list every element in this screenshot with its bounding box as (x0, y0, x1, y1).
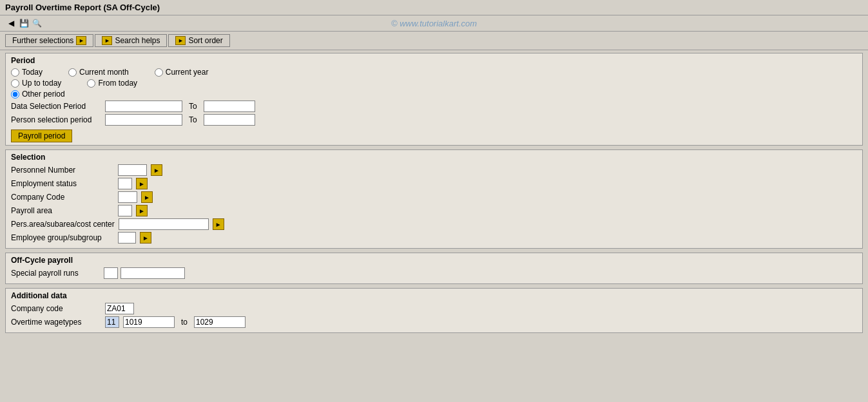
person-selection-period-row: Person selection period To (11, 114, 857, 126)
pers-area-arrow[interactable]: ► (213, 218, 224, 230)
personnel-number-row: Personnel Number ► (11, 164, 857, 176)
back-icon[interactable]: ◀ (5, 17, 17, 29)
pers-area-row: Pers.area/subarea/cost center ► (11, 218, 857, 230)
company-code-input[interactable] (118, 191, 137, 203)
radio-current-year-input[interactable] (155, 68, 163, 77)
pers-area-label: Pers.area/subarea/cost center (11, 220, 115, 229)
data-selection-period-label: Data Selection Period (11, 102, 101, 111)
period-row-1: Today Current month Current year (11, 68, 857, 77)
watermark: © www.tutorialkart.com (391, 19, 477, 28)
employee-group-arrow[interactable]: ► (140, 232, 151, 244)
selection-section: Selection Personnel Number ► Employment … (5, 149, 863, 249)
data-selection-period-row: Data Selection Period To (11, 100, 857, 112)
radio-current-year-label: Current year (166, 68, 209, 77)
radio-today-label: Today (22, 68, 43, 77)
period-row-3: Other period (11, 90, 857, 99)
tab-search-helps[interactable]: ► Search helps (95, 34, 167, 47)
data-selection-period-to-label: To (189, 102, 197, 111)
personnel-number-input[interactable] (118, 164, 147, 176)
radio-from-today-label: From today (98, 79, 137, 88)
tab-search-helps-label: Search helps (115, 36, 160, 45)
person-selection-period-to[interactable] (204, 114, 255, 126)
save-icon[interactable]: 💾 (18, 17, 30, 29)
radio-up-to-today[interactable]: Up to today (11, 79, 61, 88)
tab-bar: Further selections ► ► Search helps ► So… (0, 32, 868, 50)
employee-group-input[interactable] (118, 232, 136, 244)
radio-current-month-label: Current month (79, 68, 129, 77)
overtime-wagetypes-row: Overtime wagetypes to (11, 316, 857, 328)
radio-up-to-today-label: Up to today (22, 79, 61, 88)
employment-status-label: Employment status (11, 179, 114, 188)
special-payroll-runs-row: Special payroll runs (11, 267, 857, 279)
personnel-number-label: Personnel Number (11, 166, 114, 175)
payroll-area-label: Payroll area (11, 206, 114, 215)
pers-area-input[interactable] (119, 218, 209, 230)
data-selection-period-to[interactable] (204, 100, 255, 112)
tab-further-selections-label: Further selections (12, 36, 73, 45)
special-payroll-runs-label: Special payroll runs (11, 269, 101, 278)
tab-sort-order-label: Sort order (188, 36, 222, 45)
radio-other-period-input[interactable] (11, 90, 19, 99)
payroll-period-btn-row: Payroll period (11, 128, 857, 142)
radio-today[interactable]: Today (11, 68, 43, 77)
tab-sort-order-arrow: ► (175, 36, 186, 45)
personnel-number-arrow[interactable]: ► (151, 164, 162, 176)
overtime-wagetypes-input2[interactable] (123, 316, 175, 328)
radio-from-today[interactable]: From today (87, 79, 137, 88)
person-selection-period-to-label: To (189, 115, 197, 124)
radio-current-month-input[interactable] (68, 68, 77, 77)
tab-sort-order[interactable]: ► Sort order (168, 34, 229, 47)
employee-group-row: Employee group/subgroup ► (11, 232, 857, 244)
overtime-wagetypes-label: Overtime wagetypes (11, 318, 101, 327)
person-selection-period-from[interactable] (105, 114, 182, 126)
addl-company-code-row: Company code (11, 303, 857, 314)
addl-company-code-input[interactable] (105, 303, 134, 314)
addl-company-code-label: Company code (11, 304, 101, 313)
radio-current-month[interactable]: Current month (68, 68, 129, 77)
data-selection-period-from[interactable] (105, 100, 182, 112)
toolbar: ◀ 💾 🔍 © www.tutorialkart.com (0, 15, 868, 32)
company-code-label: Company Code (11, 193, 114, 202)
payroll-area-input[interactable] (118, 205, 132, 216)
tab-further-selections-arrow: ► (76, 36, 86, 45)
period-row-2: Up to today From today (11, 79, 857, 88)
offcycle-section-title: Off-Cycle payroll (11, 256, 857, 265)
overtime-wagetypes-to-label: to (181, 318, 188, 327)
overtime-wagetypes-input1[interactable] (105, 316, 119, 328)
employment-status-input[interactable] (118, 178, 132, 189)
radio-current-year[interactable]: Current year (155, 68, 209, 77)
offcycle-section: Off-Cycle payroll Special payroll runs (5, 253, 863, 284)
employment-status-row: Employment status ► (11, 178, 857, 189)
period-section: Period Today Current month Current year … (5, 53, 863, 146)
employment-status-arrow[interactable]: ► (136, 178, 148, 189)
find-icon[interactable]: 🔍 (31, 17, 43, 29)
company-code-row: Company Code ► (11, 191, 857, 203)
additional-data-title: Additional data (11, 291, 857, 300)
radio-from-today-input[interactable] (87, 79, 95, 88)
person-selection-period-label: Person selection period (11, 115, 101, 124)
special-payroll-runs-input2[interactable] (121, 267, 185, 279)
selection-section-title: Selection (11, 153, 857, 162)
payroll-period-button[interactable]: Payroll period (11, 129, 72, 142)
toolbar-icons: ◀ 💾 🔍 (5, 17, 43, 29)
employee-group-label: Employee group/subgroup (11, 233, 114, 242)
company-code-arrow[interactable]: ► (141, 191, 153, 203)
radio-today-input[interactable] (11, 68, 19, 77)
tab-further-selections[interactable]: Further selections ► (5, 34, 93, 47)
payroll-area-row: Payroll area ► (11, 205, 857, 216)
page-title: Payroll Overtime Report (SA Off-Cycle) (5, 3, 160, 12)
main-content: Period Today Current month Current year … (0, 50, 868, 340)
special-payroll-runs-input1[interactable] (104, 267, 118, 279)
title-bar: Payroll Overtime Report (SA Off-Cycle) (0, 0, 868, 15)
additional-data-section: Additional data Company code Overtime wa… (5, 288, 863, 333)
payroll-area-arrow[interactable]: ► (136, 205, 148, 216)
radio-up-to-today-input[interactable] (11, 79, 19, 88)
period-section-title: Period (11, 56, 857, 65)
tab-search-helps-arrow: ► (102, 36, 112, 45)
radio-other-period[interactable]: Other period (11, 90, 65, 99)
overtime-wagetypes-to-input[interactable] (194, 316, 246, 328)
radio-other-period-label: Other period (22, 90, 65, 99)
